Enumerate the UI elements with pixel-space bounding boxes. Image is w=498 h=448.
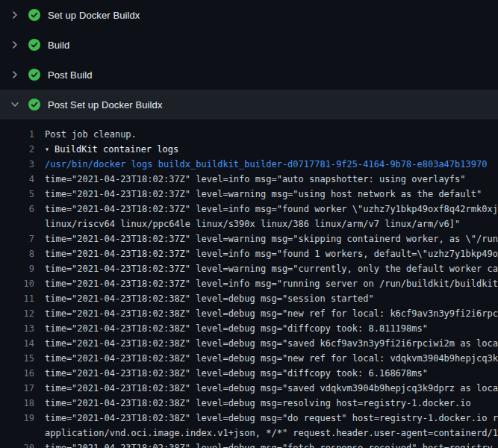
log-group-toggle[interactable]: ▾BuildKit container logs [45, 142, 498, 157]
log-text: time="2021-04-23T18:02:38Z" level=debug … [45, 381, 498, 396]
group-title: BuildKit container logs [55, 144, 178, 155]
line-number[interactable]: 3 [0, 157, 34, 172]
line-number[interactable]: 12 [0, 306, 34, 321]
line-number[interactable]: 17 [0, 381, 34, 396]
log-text: time="2021-04-23T18:02:38Z" level=debug … [45, 366, 498, 381]
log-line: 1Post job cleanup. [0, 127, 498, 142]
log-line: 6time="2021-04-23T18:02:37Z" level=info … [0, 202, 498, 217]
line-number[interactable]: 5 [0, 187, 34, 202]
step-label: Post Build [48, 69, 93, 81]
log-text: time="2021-04-23T18:02:37Z" level=info m… [45, 202, 498, 217]
line-number[interactable]: 14 [0, 336, 34, 351]
log-line: 16time="2021-04-23T18:02:38Z" level=debu… [0, 366, 498, 381]
line-number[interactable]: 9 [0, 261, 34, 276]
log-line: 2▾BuildKit container logs [0, 142, 498, 157]
line-number[interactable]: 1 [0, 127, 34, 142]
chevron-down-icon [9, 99, 21, 111]
log-text: time="2021-04-23T18:02:37Z" level=warnin… [45, 231, 498, 246]
log-text: time="2021-04-23T18:02:37Z" level=info m… [45, 246, 498, 261]
log-line: 17time="2021-04-23T18:02:38Z" level=debu… [0, 381, 498, 396]
step-label: Set up Docker Buildx [48, 10, 140, 21]
actions-log-viewer: Set up Docker BuildxBuildPost BuildPost … [0, 0, 498, 448]
line-number[interactable]: 7 [0, 231, 34, 246]
log-text: time="2021-04-23T18:02:37Z" level=info m… [45, 172, 498, 187]
log-line: 18time="2021-04-23T18:02:38Z" level=debu… [0, 396, 498, 411]
line-number[interactable]: 16 [0, 366, 34, 381]
success-check-icon [28, 9, 40, 21]
log-text: time="2021-04-23T18:02:38Z" level=debug … [45, 411, 498, 426]
log-text: time="2021-04-23T18:02:38Z" level=debug … [45, 336, 498, 351]
chevron-right-icon [9, 9, 21, 21]
line-number[interactable]: 19 [0, 411, 34, 426]
line-number[interactable]: 8 [0, 246, 34, 261]
log-line: 4time="2021-04-23T18:02:37Z" level=info … [0, 172, 498, 187]
line-number[interactable]: 10 [0, 276, 34, 291]
log-line: 9time="2021-04-23T18:02:37Z" level=warni… [0, 261, 498, 276]
log-line: 8time="2021-04-23T18:02:37Z" level=info … [0, 246, 498, 261]
step-header-build[interactable]: Build [0, 30, 498, 60]
step-label: Build [48, 40, 69, 51]
log-text: time="2021-04-23T18:02:38Z" level=debug … [45, 396, 498, 411]
log-text: time="2021-04-23T18:02:38Z" level=debug … [45, 441, 498, 448]
log-line: 7time="2021-04-23T18:02:37Z" level=warni… [0, 231, 498, 246]
log-text: application/vnd.oci.image.index.v1+json,… [45, 426, 498, 441]
line-number [0, 217, 34, 231]
line-number[interactable]: 15 [0, 351, 34, 366]
success-check-icon [28, 99, 40, 111]
log-text: time="2021-04-23T18:02:37Z" level=info m… [45, 276, 498, 291]
log-line: 13time="2021-04-23T18:02:38Z" level=debu… [0, 321, 498, 336]
log-line: 12time="2021-04-23T18:02:38Z" level=debu… [0, 306, 498, 321]
line-number[interactable]: 6 [0, 202, 34, 217]
group-caret-icon: ▾ [45, 142, 49, 157]
success-check-icon [28, 69, 40, 81]
success-check-icon [28, 39, 40, 51]
chevron-right-icon [9, 39, 21, 51]
line-number[interactable]: 18 [0, 396, 34, 411]
log-line: 3/usr/bin/docker logs buildx_buildkit_bu… [0, 157, 498, 172]
log-text: time="2021-04-23T18:02:37Z" level=warnin… [45, 261, 498, 276]
log-text: linux/riscv64 linux/ppc64le linux/s390x … [45, 217, 498, 231]
step-header-post-build[interactable]: Post Build [0, 60, 498, 90]
log-text: time="2021-04-23T18:02:37Z" level=warnin… [45, 187, 498, 202]
chevron-right-icon [9, 69, 21, 81]
line-number[interactable]: 4 [0, 172, 34, 187]
log-line: linux/riscv64 linux/ppc64le linux/s390x … [0, 217, 498, 231]
steps-list: Set up Docker BuildxBuildPost BuildPost … [0, 0, 498, 119]
log-text: time="2021-04-23T18:02:38Z" level=debug … [45, 291, 498, 306]
step-header-post-set-up-docker-buildx[interactable]: Post Set up Docker Buildx [0, 90, 498, 119]
line-number [0, 426, 34, 441]
log-line: 20time="2021-04-23T18:02:38Z" level=debu… [0, 441, 498, 448]
line-number[interactable]: 13 [0, 321, 34, 336]
log-area: 1Post job cleanup.2▾BuildKit container l… [0, 119, 498, 448]
line-number[interactable]: 20 [0, 441, 34, 448]
log-line: 15time="2021-04-23T18:02:38Z" level=debu… [0, 351, 498, 366]
log-text: Post job cleanup. [45, 127, 498, 142]
log-text: time="2021-04-23T18:02:38Z" level=debug … [45, 351, 498, 366]
step-label: Post Set up Docker Buildx [48, 99, 163, 111]
log-line: application/vnd.oci.image.index.v1+json,… [0, 426, 498, 441]
log-text: time="2021-04-23T18:02:38Z" level=debug … [45, 306, 498, 321]
log-line: 10time="2021-04-23T18:02:37Z" level=info… [0, 276, 498, 291]
step-header-set-up-docker-buildx[interactable]: Set up Docker Buildx [0, 0, 498, 30]
log-line: 11time="2021-04-23T18:02:38Z" level=debu… [0, 291, 498, 306]
log-text: time="2021-04-23T18:02:38Z" level=debug … [45, 321, 498, 336]
line-number[interactable]: 11 [0, 291, 34, 306]
log-line: 14time="2021-04-23T18:02:38Z" level=debu… [0, 336, 498, 351]
log-command-text: /usr/bin/docker logs buildx_buildkit_bui… [45, 157, 498, 172]
log-line: 19time="2021-04-23T18:02:38Z" level=debu… [0, 411, 498, 426]
line-number[interactable]: 2 [0, 142, 34, 157]
log-line: 5time="2021-04-23T18:02:37Z" level=warni… [0, 187, 498, 202]
